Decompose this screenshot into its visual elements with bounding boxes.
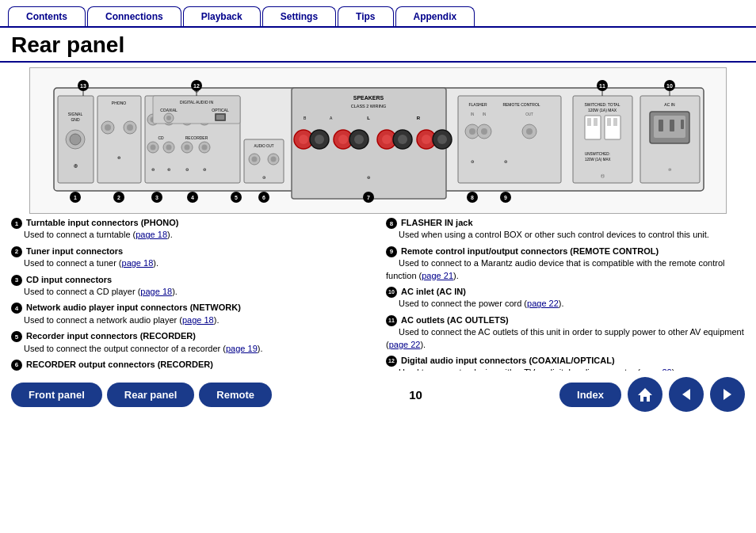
svg-rect-79: [458, 96, 561, 183]
desc-title-5: Recorder input connectors (RECORDER): [26, 331, 196, 341]
main-content: SIGNAL GND ⓭ PHONO ❶ TUNER: [0, 63, 756, 418]
page-number: 10: [409, 388, 422, 402]
svg-text:GND: GND: [71, 117, 80, 122]
svg-text:OUT: OUT: [525, 112, 533, 116]
desc-item-11: 11 AC outlets (AC OUTLETS) Used to conne…: [386, 314, 745, 351]
svg-text:7: 7: [367, 195, 370, 200]
link-10[interactable]: page 22: [527, 299, 559, 308]
desc-title-11: AC outlets (AC OUTLETS): [401, 315, 509, 325]
svg-text:AUDIO OUT: AUDIO OUT: [254, 144, 273, 148]
desc-item-9: 9 Remote control input/output connectors…: [386, 246, 745, 282]
svg-rect-101: [613, 118, 617, 126]
svg-point-88: [481, 128, 487, 135]
front-panel-button[interactable]: Front panel: [11, 383, 102, 407]
diagram-area: SIGNAL GND ⓭ PHONO ❶ TUNER: [0, 63, 756, 215]
tab-connections[interactable]: Connections: [87, 6, 181, 26]
svg-rect-111: [681, 120, 684, 129]
svg-text:SWITCHED: TOTAL: SWITCHED: TOTAL: [584, 102, 620, 107]
remote-button[interactable]: Remote: [199, 383, 272, 407]
page-title: Rear panel: [11, 32, 124, 57]
svg-text:RECORDER: RECORDER: [185, 135, 208, 140]
num-10: 10: [386, 287, 397, 298]
desc-title-12: Digital audio input connectors (COAXIAL/…: [401, 356, 615, 365]
svg-text:R: R: [417, 116, 421, 120]
desc-item-5: 5 Recorder input connectors (RECORDER) U…: [11, 330, 370, 355]
svg-rect-110: [670, 120, 674, 131]
svg-text:120W (1A) MAX: 120W (1A) MAX: [585, 158, 611, 162]
link-2[interactable]: page 18: [122, 258, 154, 268]
home-button[interactable]: [628, 377, 662, 412]
svg-point-12: [127, 124, 133, 131]
svg-text:120W (1A) MAX: 120W (1A) MAX: [588, 108, 617, 112]
num-1: 1: [11, 218, 22, 229]
desc-title-4: Network audio player input connectors (N…: [26, 303, 241, 312]
svg-point-73: [398, 135, 407, 144]
desc-title-10: AC inlet (AC IN): [401, 287, 466, 296]
index-button[interactable]: Index: [559, 383, 621, 407]
svg-text:PHONO: PHONO: [112, 101, 126, 105]
svg-point-5: [70, 134, 81, 145]
svg-text:AC IN: AC IN: [664, 102, 675, 107]
svg-text:OPTICAL: OPTICAL: [212, 108, 229, 112]
tab-tips[interactable]: Tips: [338, 6, 393, 26]
svg-marker-144: [682, 389, 690, 400]
svg-point-65: [315, 135, 324, 144]
svg-point-90: [526, 128, 533, 135]
link-5[interactable]: page 19: [226, 344, 258, 353]
svg-text:10: 10: [666, 83, 673, 89]
tab-appendix[interactable]: Appendix: [395, 6, 475, 26]
back-button[interactable]: [669, 377, 704, 412]
svg-text:IN: IN: [471, 112, 475, 116]
desc-text-4: Used to connect a network audio player (…: [11, 315, 219, 325]
desc-item-1: 1 Turntable input connectors (PHONO) Use…: [11, 217, 370, 242]
rear-panel-diagram: SIGNAL GND ⓭ PHONO ❶ TUNER: [29, 67, 727, 214]
svg-text:11: 11: [599, 83, 605, 89]
desc-text-1: Used to connect a turntable (page 18).: [11, 230, 173, 239]
link-9[interactable]: page 21: [422, 271, 453, 280]
svg-text:6: 6: [262, 195, 265, 200]
svg-text:COAXIAL: COAXIAL: [160, 108, 178, 112]
rear-panel-button[interactable]: Rear panel: [107, 383, 194, 407]
svg-text:UNSWITCHED:: UNSWITCHED:: [585, 152, 610, 156]
svg-text:13: 13: [80, 83, 86, 89]
desc-text-9: Used to connect to a Marantz audio devic…: [386, 258, 725, 280]
desc-item-4: 4 Network audio player input connectors …: [11, 302, 370, 326]
num-9: 9: [386, 246, 397, 257]
svg-marker-145: [724, 389, 731, 400]
tab-contents[interactable]: Contents: [8, 6, 86, 26]
desc-item-2: 2 Tuner input connectors Used to connect…: [11, 246, 370, 270]
svg-point-32: [185, 145, 190, 150]
link-3[interactable]: page 18: [140, 287, 172, 296]
forward-button[interactable]: [710, 377, 745, 412]
svg-point-51: [252, 157, 258, 162]
bottom-nav-right: Index: [559, 377, 745, 412]
svg-point-53: [271, 157, 277, 162]
link-1[interactable]: page 18: [136, 230, 167, 239]
page-title-section: Rear panel: [0, 28, 756, 63]
num-11: 11: [386, 315, 397, 326]
link-4[interactable]: page 18: [182, 315, 214, 325]
svg-text:8: 8: [471, 195, 474, 200]
num-8: 8: [386, 218, 397, 229]
link-11[interactable]: page 22: [389, 340, 421, 349]
desc-text-8: Used when using a control BOX or other s…: [386, 230, 709, 239]
tab-playback[interactable]: Playback: [183, 6, 261, 26]
svg-point-77: [437, 135, 447, 144]
num-6: 6: [11, 360, 22, 371]
svg-point-86: [469, 128, 475, 135]
svg-rect-46: [216, 115, 224, 120]
num-3: 3: [11, 275, 22, 286]
desc-text-10: Used to connect the power cord (page 22)…: [386, 299, 564, 308]
num-5: 5: [11, 331, 22, 342]
svg-text:L: L: [367, 116, 370, 120]
svg-point-71: [382, 135, 391, 144]
svg-text:9: 9: [504, 195, 507, 200]
desc-item-3: 3 CD input connectors Used to connect a …: [11, 274, 370, 299]
svg-text:DIGITAL AUDIO IN: DIGITAL AUDIO IN: [180, 100, 214, 105]
svg-point-10: [105, 124, 111, 131]
nav-tabs: Contents Connections Playback Settings T…: [0, 0, 756, 28]
svg-text:REMOTE CONTROL: REMOTE CONTROL: [502, 102, 540, 107]
tab-settings[interactable]: Settings: [262, 6, 336, 26]
svg-text:CD: CD: [158, 135, 164, 140]
svg-point-75: [422, 135, 431, 144]
